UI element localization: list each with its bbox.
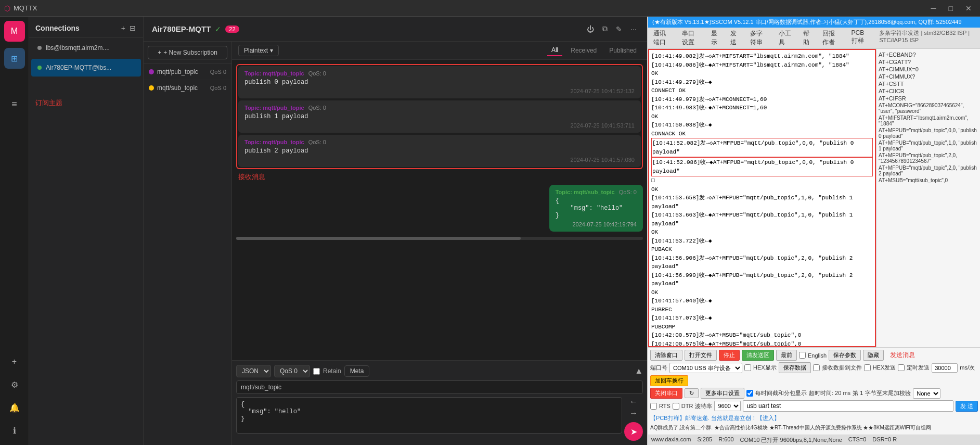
subscription-item-sub[interactable]: mqtt/sub_topic QoS 0	[144, 80, 231, 96]
timed-send-checkbox[interactable]	[898, 364, 905, 371]
sidebar-logs-btn[interactable]: ≡	[4, 94, 25, 115]
jscom-menu-report[interactable]: 回报作者	[817, 28, 846, 48]
composer-left-btn[interactable]: ←	[624, 397, 643, 406]
at-cmd-12[interactable]: AT+MFPUB="mqtt/pub_topic",2,0, "publish …	[879, 164, 978, 177]
dtr-checkbox[interactable]	[673, 403, 679, 410]
at-cmd-5[interactable]: AT+CIICR	[879, 87, 978, 95]
format-select[interactable]: JSON	[236, 365, 271, 377]
jscom-menu-display[interactable]: 显示	[706, 28, 726, 48]
mqtt-copy-btn[interactable]: ⧉	[600, 22, 610, 35]
at-cmd-10[interactable]: AT+MFPUB="mqtt/pub_topic",1,0, "publish …	[879, 139, 978, 152]
overlap-checkbox[interactable]	[746, 390, 753, 397]
hex-send-checkbox[interactable]	[864, 364, 871, 371]
connection-layout-btn[interactable]: ⊟	[128, 23, 137, 33]
at-cmd-11[interactable]: AT+MFPUB="mqtt/pub_topic",2,0, "12345678…	[879, 152, 978, 164]
at-cmd-8[interactable]: AT+MIFSTART="lbsmqtt.airm2m.com", "1884"	[879, 115, 978, 127]
composer-body-textarea[interactable]: { "msg": "hello" }	[236, 397, 622, 434]
rts-checkbox[interactable]	[650, 403, 657, 410]
jscom-menu-serial[interactable]: 串口设置	[677, 28, 705, 48]
recv-to-file-checkbox[interactable]	[813, 364, 820, 371]
interval-input[interactable]	[932, 363, 958, 373]
new-connection-btn[interactable]: +	[120, 23, 126, 33]
stop-btn[interactable]: 停止	[719, 350, 740, 361]
at-cmd-13[interactable]: AT+MSUB="mqtt/sub_topic",0	[879, 177, 978, 184]
mqtt-more-btn[interactable]: ···	[628, 23, 639, 35]
link1[interactable]: 【PCB打样】邮寄速递. 当然就是嘉立创！【进入】	[650, 415, 780, 421]
first-btn[interactable]: 最前	[776, 350, 797, 361]
sidebar-settings-btn[interactable]: ⚙	[4, 374, 25, 395]
jscom-menu-multistr[interactable]: 多字符串	[745, 28, 773, 48]
subscription-item-pub[interactable]: mqtt/pub_topic QoS 0	[144, 64, 231, 80]
connection-item-air780[interactable]: Air780EP-MQTT@lbs...	[31, 59, 141, 77]
composer-right-btn[interactable]: →	[624, 409, 643, 418]
save-data-btn[interactable]: 保存数据	[779, 362, 811, 373]
new-subscription-btn[interactable]: + + New Subscription	[148, 46, 227, 59]
maximize-button[interactable]: □	[945, 3, 957, 14]
app-icon: ⬡	[4, 4, 10, 12]
open-file-btn[interactable]: 打开文件	[685, 350, 717, 361]
clear-window-btn[interactable]: 清除窗口	[650, 350, 682, 361]
qos-select[interactable]: QoS 0	[274, 365, 310, 377]
baud-select[interactable]: 9600	[714, 401, 741, 411]
save-params-btn[interactable]: 保存参数	[829, 350, 861, 361]
msg-qos-2: QoS: 0	[308, 139, 326, 145]
send-input[interactable]	[743, 400, 953, 412]
message-item-sent: Topic: mqtt/sub_topic QoS: 0 { "msg": "h…	[549, 185, 643, 232]
send-btn[interactable]: 发 送	[956, 401, 978, 412]
log-line: [10:41:50.038]收←◆	[651, 121, 873, 130]
close-port-btn[interactable]: 关闭串口	[650, 388, 682, 399]
timed-send-label: 定时发送	[907, 364, 930, 372]
sidebar-notifications-btn[interactable]: 🔔	[4, 397, 25, 418]
at-cmd-7[interactable]: AT+MCONFIG="866289037465624", "user", "p…	[879, 102, 978, 115]
at-cmd-2[interactable]: AT+CIMMUX=0	[879, 66, 978, 73]
at-cmd-0[interactable]: AT+ECBAND?	[879, 51, 978, 58]
logo-button[interactable]: M	[4, 21, 25, 42]
tab-all[interactable]: All	[547, 45, 562, 56]
hide-btn[interactable]: 隐藏	[863, 350, 884, 361]
format-filter-btn[interactable]: Plaintext ▾	[238, 45, 279, 56]
at-cmd-4[interactable]: AT+CSTT	[879, 80, 978, 87]
sidebar-info-btn[interactable]: ℹ	[4, 420, 25, 441]
mqtt-edit-btn[interactable]: ✎	[614, 23, 624, 35]
sidebar-scripting-btn[interactable]	[4, 71, 25, 92]
jscom-menu-port[interactable]: 通讯端口	[648, 28, 677, 48]
msg-qos-0: QoS: 0	[308, 70, 326, 77]
add-crlf-btn[interactable]: 加回车换行	[650, 375, 688, 386]
port-select[interactable]: COM10 USB 串行设备	[669, 363, 742, 373]
minimize-button[interactable]: ─	[927, 3, 940, 14]
sidebar-connections-btn[interactable]: ⊞	[4, 48, 25, 69]
sub-qos-sub: QoS 0	[210, 85, 226, 91]
composer-topic-input[interactable]	[236, 380, 643, 394]
at-cmd-1[interactable]: AT+CGATT?	[879, 58, 978, 66]
sidebar-add-btn[interactable]: +	[4, 351, 25, 372]
jscom-menu-send[interactable]: 发送	[725, 28, 745, 48]
jscom-titlebar: (★有新版本 V5.13.1★)SSCOM V5.12.1 串口/网络数据调试器…	[648, 17, 980, 28]
jscom-log[interactable]: [10:41:49.082]发→◇AT+MIFSTART="lbsmqtt.ai…	[648, 49, 876, 347]
jscom-menu-tools[interactable]: 小工具	[773, 28, 797, 48]
tab-published[interactable]: Published	[605, 45, 641, 56]
log-line: [10:41:49.279]收←◆	[651, 78, 873, 87]
jscom-menu-pcb[interactable]: PCB打样	[846, 28, 875, 48]
hex-display-checkbox[interactable]	[744, 364, 751, 371]
at-cmd-3[interactable]: AT+CIMMUX?	[879, 73, 978, 80]
mqtt-power-btn[interactable]: ⏻	[585, 23, 596, 35]
composer-up-btn[interactable]: ▲	[635, 366, 643, 376]
tab-received[interactable]: Received	[566, 45, 601, 56]
english-checkbox[interactable]	[799, 352, 806, 359]
sub-topic-pub: mqtt/pub_topic	[157, 68, 198, 75]
meta-btn[interactable]: Meta	[344, 365, 370, 377]
at-cmd-6[interactable]: AT+CIFSR	[879, 95, 978, 102]
verify-select[interactable]: None	[913, 388, 940, 399]
retain-checkbox[interactable]	[313, 368, 320, 375]
at-cmd-9[interactable]: AT+MFPUB="mqtt/pub_topic",0,0, "publish …	[879, 127, 978, 139]
log-line: [10:42:00.575]收←◆AT+MSUB="mqtt/sub_topic…	[651, 340, 873, 348]
annotation-subscribe-topic: 订阅主题	[29, 78, 143, 108]
send-button[interactable]: ➤	[624, 422, 643, 441]
close-button[interactable]: ✕	[961, 3, 976, 14]
jscom-menu-help[interactable]: 帮助	[798, 28, 818, 48]
connections-panel: Connections + ⊟ lbs@lbsmqtt.airm2m.... A…	[29, 17, 144, 445]
connection-item-lbs[interactable]: lbs@lbsmqtt.airm2m....	[31, 39, 141, 57]
clear-recv-btn[interactable]: 清发送区	[742, 350, 774, 361]
refresh-btn[interactable]: ↻	[685, 388, 699, 398]
multi-port-btn[interactable]: 更多串口设置	[701, 388, 744, 399]
